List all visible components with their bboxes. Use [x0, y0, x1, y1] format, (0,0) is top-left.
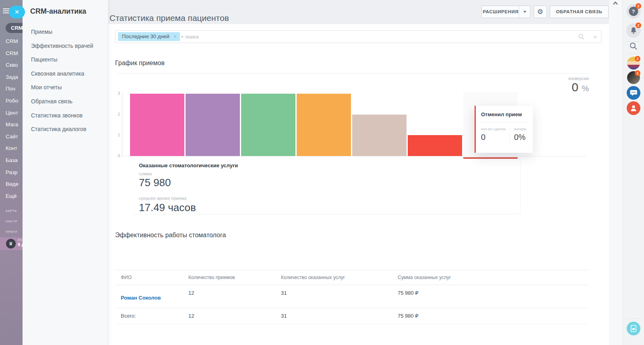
- chart-bar-2[interactable]: [186, 94, 240, 156]
- y-axis-tick-1: 1: [115, 133, 120, 137]
- sidebar-items: CRMCRMСквоЗадаПочРобоЦентМагаСайтКонтБаз…: [6, 35, 23, 202]
- sum-label: сумма: [139, 171, 152, 176]
- menu-item-8[interactable]: Статистика диалогов: [31, 122, 105, 136]
- tooltip-deals-value: 0: [481, 133, 508, 142]
- settings-button[interactable]: ⚙: [534, 6, 547, 18]
- total-cell: 12: [188, 313, 194, 319]
- chart-tooltip: Отменил прием кол-во сделок 0 потери 0%: [475, 106, 533, 153]
- sidebar-footer-item-3[interactable]: ПРИГЛ: [6, 227, 23, 237]
- total-label: Всего:: [121, 313, 136, 319]
- sidebar-item-2[interactable]: CRM: [6, 47, 23, 60]
- chart-bar-6[interactable]: [408, 135, 462, 156]
- search-icon: [630, 42, 638, 50]
- sidebar-item-10[interactable]: Конт: [6, 142, 23, 154]
- tooltip-losses-value: 0%: [514, 133, 532, 142]
- table-cell: 75 980 ₽: [398, 290, 419, 296]
- menu-item-6[interactable]: Обратная связь: [31, 94, 105, 109]
- close-menu-button[interactable]: ✕: [9, 6, 25, 18]
- stage-details-panel: Оказанные стоматологические услуги сумма…: [133, 160, 520, 214]
- table-section-heading: Эффективность работы стоматолога: [115, 232, 226, 239]
- avatar2-badge: 1: [635, 70, 640, 76]
- search-icon[interactable]: [578, 34, 584, 40]
- clear-search-icon[interactable]: ×: [593, 33, 597, 40]
- sidebar-item-5[interactable]: Поч: [6, 83, 23, 95]
- tooltip-deals-label: кол-во сделок: [481, 127, 508, 131]
- avg-time-label: среднее время приема: [139, 196, 186, 201]
- group-chat-button[interactable]: [627, 86, 640, 100]
- person-icon: [630, 105, 637, 112]
- sidebar-item-14[interactable]: Ещё: [6, 190, 23, 202]
- table-header-row: ФИОКоличество приемовКоличество оказанны…: [115, 270, 589, 285]
- y-axis-tick-2: 2: [115, 112, 120, 117]
- menu-item-2[interactable]: Эффективность врачей: [31, 39, 105, 53]
- sidebar-item-3[interactable]: Скво: [6, 59, 23, 71]
- menu-item-7[interactable]: Статистика звонков: [31, 109, 105, 123]
- sidebar-item-4[interactable]: Зада: [6, 71, 23, 83]
- menu-item-3[interactable]: Пациенты: [31, 53, 105, 67]
- bell-icon: [630, 27, 637, 34]
- table-col-header-3: Количество оказанных услуг: [281, 270, 345, 285]
- chart-bar-5[interactable]: [352, 115, 407, 156]
- total-cell: 75 980 ₽: [398, 313, 419, 319]
- content-card: Последние 30 дней × + поиск × График при…: [108, 24, 609, 345]
- scrollbar-gutter[interactable]: [609, 0, 623, 345]
- dentist-efficiency-table: ФИОКоличество приемовКоличество оказанны…: [115, 270, 589, 324]
- notifications-badge: 2: [636, 23, 641, 28]
- chat-bubble-icon: [630, 90, 637, 96]
- tooltip-divider: [481, 122, 528, 122]
- tooltip-title: Отменил прием: [481, 111, 522, 117]
- remove-filter-icon[interactable]: ×: [173, 32, 177, 41]
- doctor-name-link[interactable]: Роман Соколов: [121, 295, 161, 301]
- menu-item-1[interactable]: Приемы: [31, 25, 105, 39]
- help-badge: 2: [636, 3, 641, 9]
- sidebar-item-6[interactable]: Робо: [6, 95, 23, 107]
- sidebar-item-12[interactable]: Разр: [6, 166, 23, 179]
- sidebar-item-1[interactable]: CRM: [6, 35, 23, 47]
- mobile-device-icon: [631, 325, 636, 332]
- y-axis-tick-3: 3: [115, 91, 120, 96]
- rail-divider: [626, 53, 641, 54]
- extensions-button[interactable]: РАСШИРЕНИЯ: [481, 6, 530, 18]
- table-cell: 31: [281, 290, 287, 296]
- sidebar-license-item[interactable]: ♛ ОС 9 д: [0, 237, 23, 250]
- filter-tag-label: Последние 30 дней: [122, 33, 169, 39]
- rail-divider: [626, 318, 641, 319]
- avg-time-value: 17.49 часов: [139, 201, 196, 214]
- gear-icon: ⚙: [537, 8, 544, 16]
- sidebar-footer-item-1[interactable]: КАРТА: [6, 206, 23, 216]
- sidebar-item-7[interactable]: Цент: [6, 107, 23, 119]
- extensions-dropdown-toggle[interactable]: [519, 6, 530, 18]
- sidebar-item-crm-active[interactable]: CRM: [6, 23, 23, 33]
- chart-bar-3[interactable]: [241, 94, 295, 156]
- chart-bar-7-Отменил прием[interactable]: [463, 157, 518, 159]
- sidebar-item-11[interactable]: База: [6, 154, 23, 166]
- scroll-to-top-icon[interactable]: [613, 1, 618, 6]
- table-row: Роман Соколов123175 980 ₽: [115, 285, 589, 308]
- main-sidebar: CRM CRMCRMСквоЗадаПочРобоЦентМагаСайтКон…: [0, 0, 23, 345]
- feedback-button[interactable]: ОБРАТНАЯ СВЯЗЬ: [550, 6, 609, 18]
- filter-tag-last-30-days[interactable]: Последние 30 дней ×: [118, 32, 180, 41]
- sidebar-footer-item-2[interactable]: НАСТР: [6, 216, 23, 227]
- rail-divider: [626, 41, 641, 42]
- menu-item-4[interactable]: Сквозная аналитика: [31, 67, 105, 81]
- chart-bar-1[interactable]: [130, 94, 184, 156]
- sum-value: 75 980: [139, 177, 171, 189]
- profile-button[interactable]: [627, 101, 640, 115]
- table-col-header-1: ФИО: [121, 270, 132, 285]
- sidebar-item-8[interactable]: Мага: [6, 119, 23, 131]
- sidebar-item-13[interactable]: Виде: [6, 178, 23, 190]
- menu-item-5[interactable]: Мои отчеты: [31, 80, 105, 94]
- rail-search-button[interactable]: [630, 42, 638, 50]
- right-toolbar: ? 2 2 2 1: [623, 0, 644, 345]
- sidebar-item-9[interactable]: Сайт: [6, 131, 23, 143]
- chart-bar-4[interactable]: [297, 94, 351, 156]
- table-cell: 12: [188, 290, 194, 296]
- chevron-down-icon: [523, 11, 526, 13]
- stage-details-title: Оказанные стоматологические услуги: [139, 162, 238, 168]
- search-filter-bar[interactable]: Последние 30 дней × + поиск ×: [115, 30, 601, 43]
- mobile-app-button[interactable]: [627, 322, 640, 335]
- flyout-title: CRM-аналитика: [30, 7, 86, 16]
- tooltip-losses-label: потери: [514, 127, 532, 131]
- table-total-row: Всего:123175 980 ₽: [115, 308, 589, 324]
- flyout-nav: ПриемыЭффективность врачейПациентыСквозн…: [31, 25, 105, 136]
